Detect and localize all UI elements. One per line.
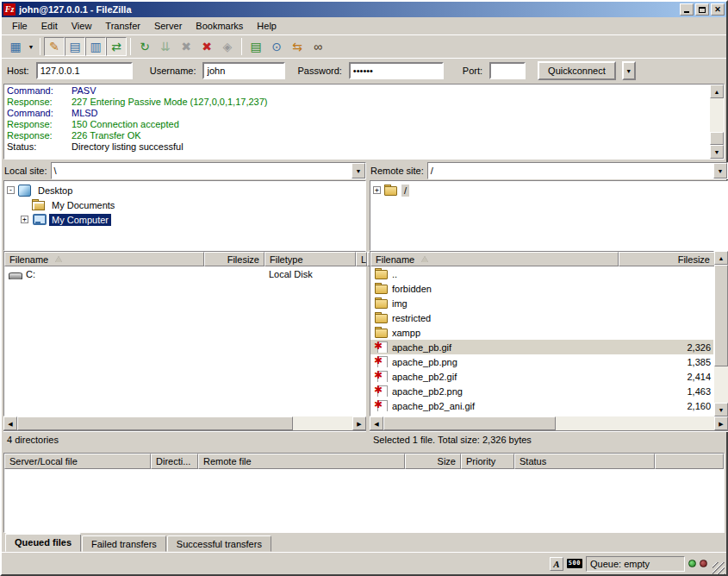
resize-grip[interactable] xyxy=(712,562,725,574)
column-header-filename[interactable]: Filename xyxy=(370,252,619,266)
file-row[interactable]: apache_pb2_ani.gif2,160 xyxy=(370,398,713,413)
file-row[interactable]: apache_pb.png1,385 xyxy=(370,354,713,369)
scroll-thumb[interactable] xyxy=(383,416,556,430)
menu-item-transfer[interactable]: Transfer xyxy=(98,19,147,33)
directory-comparison-button[interactable]: ▤ xyxy=(246,37,266,56)
menu-item-help[interactable]: Help xyxy=(250,19,283,33)
toggle-remote-tree-button[interactable]: ▥ xyxy=(85,37,106,56)
username-input[interactable] xyxy=(202,62,285,79)
local-site-label: Local site: xyxy=(3,166,47,176)
host-input[interactable] xyxy=(36,62,133,79)
column-header-filesize[interactable]: Filesize xyxy=(204,252,264,266)
column-header-label: Status xyxy=(520,456,546,466)
tab-successful-transfers[interactable]: Successful transfers xyxy=(167,535,271,552)
scroll-right-button[interactable]: ▶ xyxy=(714,416,728,430)
disconnect-icon: ✖ xyxy=(202,40,212,53)
column-header-filesize[interactable]: Filesize xyxy=(619,252,714,266)
column-header-priority[interactable]: Priority xyxy=(461,454,514,469)
toolbar-separator xyxy=(130,38,131,55)
filter-button[interactable]: ∞ xyxy=(308,37,328,56)
tree-item-label: / xyxy=(401,185,409,197)
column-header-filetype[interactable]: Filetype xyxy=(264,252,356,266)
tab-failed-transfers[interactable]: Failed transfers xyxy=(82,535,166,552)
scroll-track[interactable] xyxy=(293,416,352,430)
scroll-up-button[interactable]: ▲ xyxy=(710,85,724,98)
file-row[interactable]: apache_pb2.png1,463 xyxy=(370,384,713,398)
password-input[interactable] xyxy=(349,62,444,79)
remote-site-combo[interactable]: / ▼ xyxy=(427,162,728,179)
local-hscrollbar[interactable]: ◀ ▶ xyxy=(3,416,366,430)
menu-item-file[interactable]: File xyxy=(5,19,34,33)
log-line: Response:227 Entering Passive Mode (127,… xyxy=(4,97,710,108)
menu-item-edit[interactable]: Edit xyxy=(34,19,65,33)
toggle-local-tree-button[interactable]: ▤ xyxy=(65,37,85,56)
scroll-thumb[interactable] xyxy=(710,132,724,145)
tree-item[interactable]: +/ xyxy=(370,183,727,197)
image-icon xyxy=(375,385,389,397)
synchronized-browsing-button[interactable]: ⇆ xyxy=(287,37,308,56)
desktop-icon xyxy=(18,185,32,196)
scroll-thumb[interactable] xyxy=(17,416,293,430)
scroll-right-button[interactable]: ▶ xyxy=(352,416,366,430)
scroll-left-button[interactable]: ◀ xyxy=(3,416,17,430)
scroll-down-button[interactable]: ▼ xyxy=(714,403,728,416)
maximize-button[interactable] xyxy=(695,3,709,16)
port-input[interactable] xyxy=(489,62,526,79)
close-button[interactable]: ✕ xyxy=(711,3,725,16)
tree-expander[interactable]: + xyxy=(373,186,381,194)
local-site-dropdown-button[interactable]: ▼ xyxy=(352,163,365,178)
log-line: Response:150 Connection accepted xyxy=(4,119,710,130)
tree-expander[interactable]: + xyxy=(21,216,28,223)
file-row[interactable]: apache_pb2.gif2,414 xyxy=(370,369,713,384)
folder-doc-icon xyxy=(32,199,46,210)
scroll-left-button[interactable]: ◀ xyxy=(370,416,383,430)
column-header-filename[interactable]: Filename xyxy=(4,252,204,266)
tree-item[interactable]: My Documents xyxy=(4,197,365,212)
file-row[interactable]: .. xyxy=(370,266,713,281)
file-row[interactable]: forbidden xyxy=(370,281,713,296)
tab-queued-files[interactable]: Queued files xyxy=(5,534,81,552)
minimize-button[interactable] xyxy=(680,3,694,16)
column-header-server-local-file[interactable]: Server/Local file xyxy=(4,454,151,469)
speed-limit-icon[interactable]: 500 xyxy=(567,559,582,568)
column-header-status[interactable]: Status xyxy=(514,454,655,469)
scroll-thumb[interactable] xyxy=(714,265,728,366)
local-site-combo[interactable]: \ ▼ xyxy=(51,162,366,179)
quickconnect-button[interactable]: Quickconnect xyxy=(538,61,616,80)
scroll-down-button[interactable]: ▼ xyxy=(710,145,724,159)
scroll-track[interactable] xyxy=(714,366,728,403)
tree-item[interactable]: -Desktop xyxy=(4,183,365,197)
remote-site-bar: Remote site: / ▼ xyxy=(370,161,728,180)
toggle-queue-button[interactable]: ⇄ xyxy=(106,37,127,56)
file-row[interactable]: apache_pb.gif2,326 xyxy=(370,340,713,354)
file-row[interactable]: C:Local Disk xyxy=(4,266,365,281)
disconnect-button[interactable]: ✖ xyxy=(196,37,217,56)
column-header-size[interactable]: Size xyxy=(405,454,461,469)
remote-hscrollbar[interactable]: ◀ ▶ xyxy=(370,416,728,430)
scroll-track[interactable] xyxy=(556,416,714,430)
port-label: Port: xyxy=(463,66,482,76)
site-manager-dropdown-button[interactable]: ▼ xyxy=(26,37,36,56)
remote-site-dropdown-button[interactable]: ▼ xyxy=(713,163,727,178)
column-header-directi-[interactable]: Directi... xyxy=(151,454,198,469)
tree-expander[interactable]: - xyxy=(7,186,15,194)
menu-item-server[interactable]: Server xyxy=(147,19,189,33)
toggle-message-log-button[interactable]: ✎ xyxy=(44,37,65,56)
quickconnect-dropdown-button[interactable]: ▼ xyxy=(622,61,636,80)
scroll-up-button[interactable]: ▲ xyxy=(714,251,728,265)
transfer-type-indicator[interactable]: A xyxy=(550,557,563,571)
log-vscrollbar[interactable]: ▲ ▼ xyxy=(710,85,724,159)
find-files-button[interactable]: ⊙ xyxy=(266,37,287,56)
menu-item-view[interactable]: View xyxy=(65,19,99,33)
refresh-button[interactable]: ↻ xyxy=(134,37,155,56)
toolbar: ▦▼✎▤▥⇄↻⇊✖✖◈▤⊙⇆∞ xyxy=(2,34,726,58)
site-manager-button[interactable]: ▦ xyxy=(5,37,26,56)
column-header-remote-file[interactable]: Remote file xyxy=(198,454,405,469)
menu-item-bookmarks[interactable]: Bookmarks xyxy=(189,19,250,33)
file-row[interactable]: restricted xyxy=(370,310,713,325)
tree-item[interactable]: +My Computer xyxy=(4,212,365,227)
file-row[interactable]: img xyxy=(370,296,713,310)
scroll-track[interactable] xyxy=(710,98,724,132)
file-row[interactable]: xampp xyxy=(370,325,713,340)
remote-vscrollbar[interactable]: ▲ ▼ xyxy=(714,251,728,416)
